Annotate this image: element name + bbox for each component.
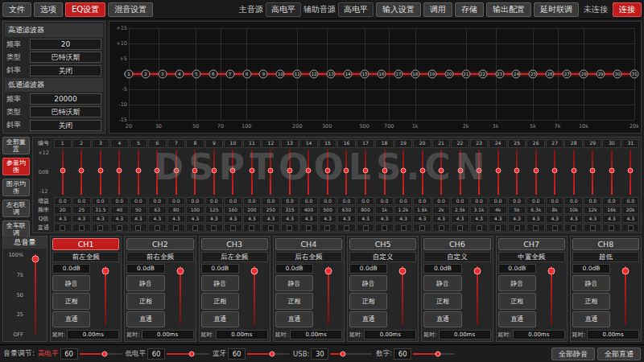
eq-slider-thumb[interactable]	[628, 167, 634, 173]
eq-band-gain-slider[interactable]	[489, 148, 507, 196]
eq-band-point[interactable]: 3	[158, 70, 167, 79]
eq-band-point[interactable]: 2	[141, 70, 150, 79]
eq-band-point[interactable]: 19	[427, 70, 436, 79]
eq-band-point[interactable]: 14	[344, 70, 353, 79]
eq-band-bypass-toggle[interactable]	[571, 225, 576, 231]
eq-settings-button[interactable]: EQ设置	[65, 2, 105, 17]
channel-volume-slider[interactable]	[167, 264, 194, 327]
eq-band-bypass-toggle[interactable]	[211, 225, 217, 231]
eq-band-point[interactable]: 31	[630, 70, 639, 79]
eq-band-bypass-toggle[interactable]	[324, 225, 330, 231]
channel-bypass-button[interactable]: 直通	[349, 311, 387, 327]
eq-band-point[interactable]: 18	[411, 70, 419, 79]
eq-band-point[interactable]: 24	[512, 70, 521, 79]
eq-band-point[interactable]: 20	[444, 70, 453, 79]
eq-band-gain-slider[interactable]	[394, 148, 413, 196]
eq-band-gain-slider[interactable]	[110, 148, 129, 196]
input-volume-thumb[interactable]	[101, 351, 107, 356]
eq-band-gain-slider[interactable]	[281, 148, 299, 196]
channel-phase-button[interactable]: 正相	[201, 293, 239, 309]
eq-band-gain-slider[interactable]	[470, 148, 489, 196]
eq-slider-thumb[interactable]	[477, 167, 482, 173]
input-volume-slider[interactable]	[247, 350, 289, 358]
eq-band-point[interactable]: 15	[361, 70, 369, 79]
recall-button[interactable]: 调用	[423, 2, 452, 17]
eq-band-bypass-toggle[interactable]	[287, 225, 292, 231]
channel-volume-thumb[interactable]	[325, 268, 332, 275]
channel-phase-button[interactable]: 正相	[275, 293, 313, 309]
eq-band-point[interactable]: 21	[461, 70, 470, 79]
file-menu-button[interactable]: 文件	[2, 2, 31, 17]
eq-slider-thumb[interactable]	[382, 167, 387, 173]
eq-band-gain-slider[interactable]	[584, 148, 602, 196]
channel-bypass-button[interactable]: 直通	[498, 311, 536, 327]
channel-phase-button[interactable]: 正相	[572, 293, 610, 309]
eq-band-point[interactable]: 4	[175, 70, 184, 79]
options-menu-button[interactable]: 选项	[34, 2, 63, 17]
eq-band-bypass-toggle[interactable]	[514, 225, 520, 231]
eq-band-gain-slider[interactable]	[621, 148, 640, 196]
eq-band-gain-slider[interactable]	[451, 148, 469, 196]
eq-slider-thumb[interactable]	[306, 167, 312, 173]
eq-band-bypass-toggle[interactable]	[230, 225, 236, 231]
parametric-eq-button[interactable]: 参量均衡	[2, 158, 30, 175]
eq-slider-thumb[interactable]	[192, 167, 198, 173]
channel-select-button[interactable]: CH8	[572, 238, 639, 250]
channel-select-button[interactable]: CH1	[52, 238, 119, 250]
lowpass-type-value[interactable]: 巴特沃斯	[30, 106, 101, 117]
eq-band-gain-slider[interactable]	[564, 148, 583, 196]
eq-slider-thumb[interactable]	[135, 167, 141, 173]
eq-band-gain-slider[interactable]	[54, 148, 72, 196]
eq-response-graph[interactable]: +15+10+50-5-10-1520305070100200300500700…	[109, 21, 642, 134]
graphic-eq-button[interactable]: 图示均衡	[2, 179, 30, 196]
eq-band-point[interactable]: 17	[394, 70, 402, 79]
eq-band-gain-slider[interactable]	[375, 148, 394, 196]
channel-volume-thumb[interactable]	[473, 268, 481, 275]
channel-phase-button[interactable]: 正相	[52, 293, 90, 309]
input-volume-slider[interactable]	[80, 350, 122, 358]
channel-select-button[interactable]: CH7	[498, 238, 565, 250]
eq-band-point[interactable]: 10	[276, 70, 285, 79]
eq-band-point[interactable]: 12	[310, 70, 319, 79]
eq-slider-thumb[interactable]	[79, 167, 85, 173]
eq-band-gain-slider[interactable]	[167, 148, 186, 196]
eq-band-point[interactable]: 25	[529, 70, 538, 79]
eq-band-gain-slider[interactable]	[299, 148, 318, 196]
eq-slider-thumb[interactable]	[97, 167, 103, 173]
lowpass-slope-value[interactable]: 关闭	[30, 120, 101, 131]
input-volume-thumb[interactable]	[340, 351, 345, 356]
left-right-link-button[interactable]: 左右联调	[2, 200, 30, 217]
eq-band-bypass-toggle[interactable]	[477, 225, 482, 231]
output-config-button[interactable]: 输出配置	[486, 2, 531, 17]
eq-band-bypass-toggle[interactable]	[401, 225, 407, 231]
eq-band-point[interactable]: 30	[613, 70, 622, 79]
input-volume-slider[interactable]	[167, 350, 208, 358]
eq-band-bypass-toggle[interactable]	[552, 225, 558, 231]
eq-band-gain-slider[interactable]	[413, 148, 431, 196]
eq-band-bypass-toggle[interactable]	[249, 225, 254, 231]
eq-band-gain-slider[interactable]	[432, 148, 451, 196]
eq-band-bypass-toggle[interactable]	[173, 225, 179, 231]
eq-band-point[interactable]: 22	[478, 70, 487, 79]
eq-band-point[interactable]: 28	[580, 70, 588, 79]
eq-slider-thumb[interactable]	[155, 167, 160, 173]
eq-slider-thumb[interactable]	[401, 167, 407, 173]
mixer-settings-button[interactable]: 混音设置	[108, 2, 153, 17]
eq-band-point[interactable]: 7	[225, 70, 234, 79]
eq-band-gain-slider[interactable]	[148, 148, 167, 196]
eq-band-point[interactable]: 23	[495, 70, 504, 79]
channel-mute-button[interactable]: 静音	[126, 275, 164, 291]
eq-slider-thumb[interactable]	[590, 167, 596, 173]
channel-phase-button[interactable]: 正相	[423, 293, 461, 309]
eq-band-bypass-toggle[interactable]	[590, 225, 596, 231]
channel-select-button[interactable]: CH4	[275, 238, 342, 250]
eq-band-gain-slider[interactable]	[546, 148, 564, 196]
eq-band-bypass-toggle[interactable]	[457, 225, 463, 231]
eq-band-bypass-toggle[interactable]	[97, 225, 103, 231]
eq-slider-thumb[interactable]	[344, 167, 349, 173]
eq-band-bypass-toggle[interactable]	[79, 225, 85, 231]
eq-slider-thumb[interactable]	[609, 167, 614, 173]
master-volume-thumb[interactable]	[32, 255, 39, 262]
channel-mute-button[interactable]: 静音	[423, 275, 461, 291]
eq-band-point[interactable]: 8	[242, 70, 251, 79]
